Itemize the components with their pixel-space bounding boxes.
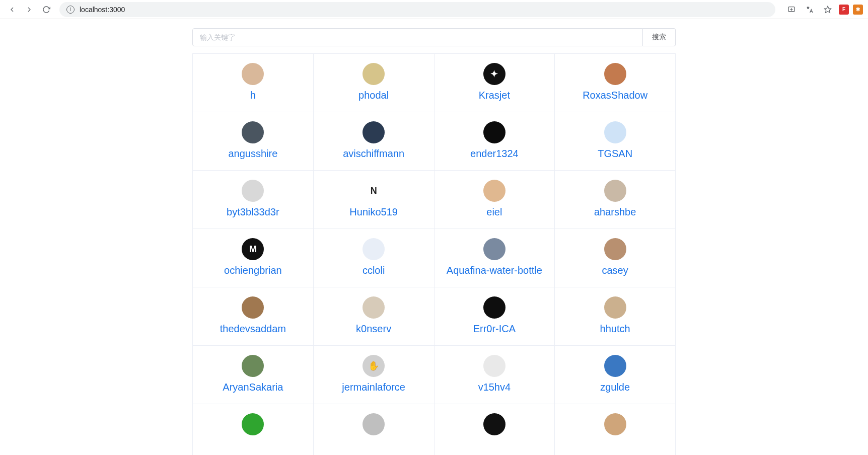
- username-link[interactable]: angusshire: [228, 147, 277, 160]
- avatar: M: [242, 238, 264, 260]
- avatar: [242, 180, 264, 202]
- user-card[interactable]: [314, 404, 435, 455]
- translate-icon[interactable]: [803, 3, 817, 17]
- user-card[interactable]: byt3bl33d3r: [193, 171, 314, 229]
- back-button[interactable]: [5, 3, 19, 17]
- user-card[interactable]: k0nserv: [314, 287, 435, 346]
- avatar: [363, 63, 385, 85]
- user-card[interactable]: [193, 404, 314, 455]
- username-link[interactable]: avischiffmann: [343, 147, 404, 160]
- avatar: [483, 296, 505, 319]
- user-card[interactable]: h: [193, 54, 314, 112]
- avatar: ✦: [483, 63, 505, 85]
- user-card[interactable]: ✋jermainlaforce: [314, 346, 435, 404]
- site-info-icon[interactable]: i: [66, 6, 75, 14]
- avatar: [242, 296, 264, 319]
- username-link[interactable]: Huniko519: [349, 206, 398, 218]
- user-card[interactable]: RoxasShadow: [555, 54, 676, 112]
- avatar: [242, 63, 264, 85]
- user-card[interactable]: ccloli: [314, 229, 435, 287]
- avatar: [242, 413, 264, 435]
- avatar: [604, 296, 626, 319]
- user-card[interactable]: aharshbe: [555, 171, 676, 229]
- user-grid: hphodal✦KrasjetRoxasShadowangusshireavis…: [192, 53, 676, 455]
- search-input[interactable]: [192, 28, 643, 46]
- username-link[interactable]: phodal: [358, 89, 389, 102]
- user-card[interactable]: casey: [555, 229, 676, 287]
- username-link[interactable]: h: [250, 89, 256, 102]
- browser-chrome: i localhost:3000 F ✱: [0, 0, 868, 19]
- username-link[interactable]: eiel: [486, 206, 502, 218]
- avatar: [604, 355, 626, 377]
- username-link[interactable]: ochiengbrian: [224, 264, 282, 277]
- user-card[interactable]: Err0r-ICA: [435, 287, 555, 346]
- search-button[interactable]: 搜索: [643, 28, 676, 46]
- forward-button[interactable]: [22, 3, 36, 17]
- avatar: [604, 413, 626, 435]
- user-card[interactable]: Mochiengbrian: [193, 229, 314, 287]
- avatar: [604, 63, 626, 85]
- user-card[interactable]: AryanSakaria: [193, 346, 314, 404]
- avatar: [242, 355, 264, 377]
- install-app-icon[interactable]: [784, 3, 799, 17]
- user-card[interactable]: thedevsaddam: [193, 287, 314, 346]
- username-link[interactable]: v15hv4: [478, 381, 511, 394]
- username-link[interactable]: ender1324: [470, 147, 519, 160]
- user-card[interactable]: angusshire: [193, 112, 314, 171]
- username-link[interactable]: Aquafina-water-bottle: [447, 264, 542, 277]
- extension-1-icon[interactable]: F: [839, 5, 849, 15]
- avatar: [483, 413, 505, 435]
- avatar: [604, 121, 626, 143]
- avatar: [604, 180, 626, 202]
- user-card[interactable]: ender1324: [435, 112, 555, 171]
- user-card[interactable]: [435, 404, 555, 455]
- user-card[interactable]: NHuniko519: [314, 171, 435, 229]
- username-link[interactable]: TGSAN: [598, 147, 632, 160]
- avatar: [483, 121, 505, 143]
- user-card[interactable]: ✦Krasjet: [435, 54, 555, 112]
- username-link[interactable]: Err0r-ICA: [473, 323, 516, 335]
- avatar: [363, 121, 385, 143]
- reload-button[interactable]: [39, 3, 53, 17]
- bookmark-star-icon[interactable]: [821, 3, 835, 17]
- user-card[interactable]: [555, 404, 676, 455]
- avatar: [483, 180, 505, 202]
- toolbar-right: F ✱: [784, 3, 863, 17]
- username-link[interactable]: AryanSakaria: [223, 381, 283, 394]
- avatar: [363, 238, 385, 260]
- user-card[interactable]: hhutch: [555, 287, 676, 346]
- avatar: N: [363, 180, 385, 202]
- avatar: [483, 355, 505, 377]
- user-card[interactable]: v15hv4: [435, 346, 555, 404]
- search-row: 搜索: [192, 28, 676, 46]
- svg-marker-2: [824, 6, 831, 13]
- username-link[interactable]: thedevsaddam: [220, 323, 286, 335]
- username-link[interactable]: Krasjet: [479, 89, 510, 102]
- username-link[interactable]: jermainlaforce: [342, 381, 405, 394]
- avatar: [483, 238, 505, 260]
- page-content: 搜索 hphodal✦KrasjetRoxasShadowangusshirea…: [182, 19, 686, 455]
- username-link[interactable]: hhutch: [600, 323, 630, 335]
- avatar: [363, 296, 385, 319]
- username-link[interactable]: k0nserv: [356, 323, 391, 335]
- avatar: ✋: [363, 355, 385, 377]
- user-card[interactable]: Aquafina-water-bottle: [435, 229, 555, 287]
- user-card[interactable]: avischiffmann: [314, 112, 435, 171]
- username-link[interactable]: ccloli: [363, 264, 385, 277]
- avatar: [604, 238, 626, 260]
- avatar: [242, 121, 264, 143]
- username-link[interactable]: RoxasShadow: [583, 89, 647, 102]
- username-link[interactable]: aharshbe: [594, 206, 636, 218]
- user-card[interactable]: TGSAN: [555, 112, 676, 171]
- url-text: localhost:3000: [80, 6, 125, 14]
- username-link[interactable]: casey: [602, 264, 628, 277]
- avatar: [363, 413, 385, 435]
- username-link[interactable]: byt3bl33d3r: [227, 206, 279, 218]
- extension-2-icon[interactable]: ✱: [853, 5, 863, 15]
- user-card[interactable]: zgulde: [555, 346, 676, 404]
- user-card[interactable]: phodal: [314, 54, 435, 112]
- address-bar[interactable]: i localhost:3000: [59, 2, 775, 17]
- user-card[interactable]: eiel: [435, 171, 555, 229]
- username-link[interactable]: zgulde: [600, 381, 630, 394]
